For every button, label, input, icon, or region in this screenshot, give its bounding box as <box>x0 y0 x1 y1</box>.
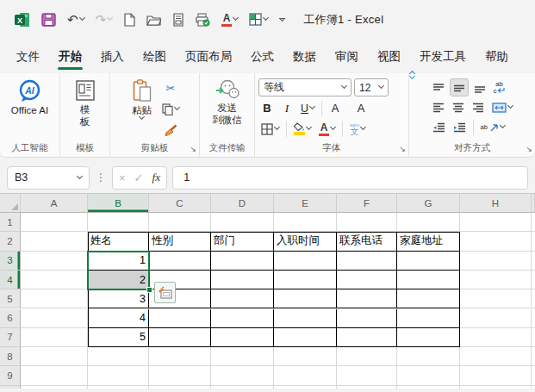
cell[interactable] <box>337 347 397 366</box>
cell[interactable]: 部门 <box>211 232 274 251</box>
excel-logo-icon[interactable]: X <box>11 10 33 29</box>
column-header[interactable]: B <box>88 194 149 213</box>
row-header[interactable]: 6 <box>0 309 21 328</box>
cell[interactable] <box>532 309 535 328</box>
borders-button[interactable] <box>246 11 271 28</box>
cell[interactable] <box>274 328 337 347</box>
copy-button[interactable] <box>159 100 182 118</box>
cell[interactable] <box>532 213 535 232</box>
cell[interactable] <box>337 366 397 385</box>
cell[interactable] <box>532 347 535 366</box>
cell[interactable]: 3 <box>88 289 149 308</box>
italic-button[interactable]: I <box>278 99 295 117</box>
row-header[interactable]: 4 <box>0 271 21 289</box>
ribbon-tab-insert[interactable]: 插入 <box>91 41 134 73</box>
cell[interactable] <box>149 252 211 271</box>
alignment-dialog-launcher[interactable]: ↘ <box>526 146 532 153</box>
align-center-button[interactable] <box>450 98 467 116</box>
template-button[interactable]: 模板 <box>71 78 100 140</box>
cell[interactable] <box>460 347 532 366</box>
cell[interactable] <box>460 232 532 251</box>
cell[interactable] <box>149 328 211 347</box>
cell[interactable] <box>21 347 88 366</box>
cell[interactable] <box>21 271 88 289</box>
align-left-button[interactable] <box>430 98 447 116</box>
cell[interactable] <box>21 366 88 385</box>
quick-print-button[interactable] <box>193 11 213 28</box>
ribbon-tab-view[interactable]: 视图 <box>368 41 410 73</box>
cell[interactable] <box>274 289 337 308</box>
cell[interactable]: 1 <box>88 252 149 271</box>
cell[interactable] <box>397 271 460 289</box>
fill-handle[interactable] <box>146 287 152 293</box>
cell[interactable]: 家庭地址 <box>397 232 460 251</box>
cell[interactable] <box>149 366 211 385</box>
enter-button[interactable]: ✓ <box>134 171 144 184</box>
save-button[interactable] <box>39 11 59 28</box>
wrap-text-button[interactable]: ab c <box>491 78 508 96</box>
orientation-button[interactable]: ab <box>478 118 507 136</box>
cell[interactable] <box>274 366 337 385</box>
new-file-button[interactable] <box>121 11 138 28</box>
select-all-corner[interactable] <box>0 194 21 213</box>
cell[interactable] <box>337 309 397 328</box>
ribbon-tab-review[interactable]: 审阅 <box>326 41 368 73</box>
cell[interactable] <box>211 309 274 328</box>
insert-function-button[interactable]: fx <box>152 171 161 184</box>
cell[interactable] <box>88 347 149 366</box>
column-header[interactable]: H <box>460 194 532 213</box>
cell[interactable] <box>211 386 274 389</box>
cell[interactable] <box>337 252 397 271</box>
column-header[interactable]: D <box>211 194 274 213</box>
cell[interactable] <box>274 309 337 328</box>
column-header[interactable]: C <box>149 194 211 213</box>
font-dialog-launcher[interactable]: ↘ <box>399 146 406 153</box>
bold-button[interactable]: B <box>258 99 276 117</box>
cell[interactable] <box>397 386 460 389</box>
cell[interactable] <box>532 271 535 289</box>
cell[interactable] <box>21 232 88 251</box>
cell[interactable] <box>211 271 274 289</box>
name-box[interactable]: B3 <box>7 166 90 190</box>
cell[interactable] <box>337 289 397 308</box>
cell[interactable] <box>337 328 397 347</box>
cell[interactable] <box>460 213 532 232</box>
column-header[interactable]: A <box>21 194 88 213</box>
cell[interactable] <box>149 347 211 366</box>
ribbon-tab-data[interactable]: 数据 <box>283 41 326 73</box>
formula-input[interactable]: 1 <box>172 166 528 190</box>
cell[interactable] <box>532 328 535 347</box>
merge-center-button[interactable] <box>489 98 515 116</box>
cell[interactable] <box>397 347 460 366</box>
cancel-button[interactable]: × <box>119 171 126 184</box>
cell[interactable] <box>149 213 211 232</box>
cut-button[interactable]: ✂ <box>159 79 182 97</box>
cell[interactable] <box>21 328 88 347</box>
increase-font-button[interactable]: A <box>327 99 344 117</box>
cell[interactable] <box>211 252 274 271</box>
cell[interactable] <box>337 271 397 289</box>
decrease-indent-button[interactable] <box>430 118 448 136</box>
cell[interactable]: 入职时间 <box>274 232 337 251</box>
cell[interactable] <box>532 366 535 385</box>
row-header[interactable]: 8 <box>0 347 21 366</box>
align-right-button[interactable] <box>470 98 487 116</box>
cell[interactable] <box>460 289 532 308</box>
column-header[interactable]: E <box>274 194 337 213</box>
cell[interactable] <box>88 386 149 389</box>
cell[interactable] <box>337 213 397 232</box>
ribbon-tab-formulas[interactable]: 公式 <box>241 41 283 73</box>
cell[interactable] <box>397 309 460 328</box>
cell[interactable] <box>211 347 274 366</box>
row-header[interactable]: 7 <box>0 328 21 347</box>
cell[interactable] <box>88 213 149 232</box>
cell[interactable]: 2 <box>88 271 149 289</box>
decrease-font-button[interactable]: A <box>352 99 370 117</box>
cell[interactable] <box>460 328 532 347</box>
column-header[interactable]: F <box>337 194 397 213</box>
ribbon-tab-developer[interactable]: 开发工具 <box>410 41 476 73</box>
fill-color-button[interactable] <box>291 120 314 138</box>
cell[interactable] <box>337 386 397 389</box>
cell[interactable] <box>460 309 532 328</box>
font-name-combo[interactable]: 等线 <box>258 78 351 96</box>
